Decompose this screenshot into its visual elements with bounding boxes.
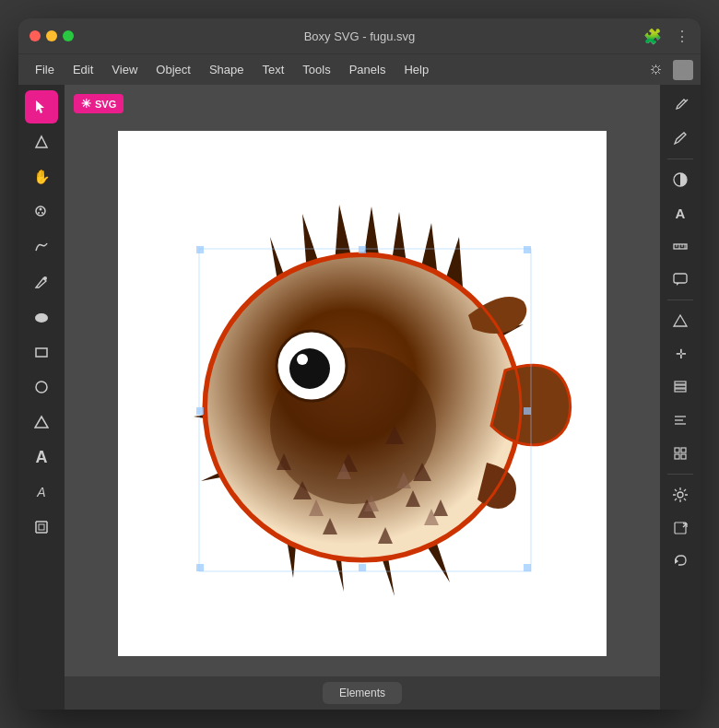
svg-marker-67 — [674, 315, 687, 326]
rt-layers[interactable] — [666, 372, 695, 402]
svg-point-6 — [43, 276, 47, 280]
pufferfish-svg — [118, 131, 607, 656]
menu-edit[interactable]: Edit — [64, 59, 102, 80]
svg-point-31 — [289, 348, 330, 389]
extensions-icon[interactable]: 🧩 — [643, 28, 662, 45]
svg-point-79 — [678, 492, 683, 498]
svg-rect-76 — [681, 448, 686, 452]
tool-freehand[interactable] — [25, 230, 58, 264]
titlebar-actions: 🧩 ⋮ — [643, 28, 690, 45]
menu-panels[interactable]: Panels — [340, 59, 395, 80]
svg-rect-57 — [524, 564, 531, 571]
rt-symbols[interactable] — [666, 439, 695, 468]
svg-line-58 — [686, 100, 688, 101]
svg-rect-56 — [359, 564, 366, 571]
svg-rect-50 — [196, 246, 204, 253]
svg-point-5 — [41, 212, 43, 214]
rt-align[interactable] — [666, 405, 695, 435]
rt-export[interactable] — [666, 513, 695, 543]
svg-rect-12 — [39, 524, 44, 530]
svg-marker-1 — [36, 136, 47, 147]
maximize-button[interactable] — [63, 30, 74, 41]
svg-rect-52 — [524, 246, 531, 253]
left-toolbar: ✋ A A — [18, 85, 65, 710]
svg-point-7 — [35, 313, 48, 323]
adjust-icon[interactable]: ⛭ — [649, 62, 664, 78]
tool-triangle[interactable] — [25, 405, 58, 439]
menu-view[interactable]: View — [102, 59, 147, 80]
color-swatch[interactable] — [673, 60, 693, 80]
menu-tools[interactable]: Tools — [293, 59, 339, 80]
rt-divider-2 — [667, 299, 693, 300]
svg-marker-0 — [36, 100, 44, 113]
rt-contrast[interactable] — [666, 165, 695, 194]
tool-text-large[interactable]: A — [25, 440, 58, 474]
svg-marker-10 — [35, 417, 48, 428]
more-icon[interactable]: ⋮ — [675, 28, 690, 45]
svg-rect-54 — [524, 407, 531, 415]
rt-ruler[interactable] — [666, 231, 695, 261]
tool-ellipse[interactable] — [25, 300, 58, 334]
menu-object[interactable]: Object — [147, 59, 200, 80]
svg-rect-70 — [675, 385, 686, 388]
rt-undo[interactable] — [666, 546, 695, 576]
right-toolbar: A ✛ — [660, 85, 701, 710]
rt-eyedropper[interactable] — [666, 90, 695, 120]
tool-select[interactable] — [25, 90, 58, 123]
menu-shape[interactable]: Shape — [200, 59, 253, 80]
svg-point-9 — [36, 382, 47, 393]
svg-marker-66 — [677, 283, 679, 286]
rt-triangle[interactable] — [666, 306, 695, 335]
main-area: ✋ A A — [18, 85, 701, 710]
rt-divider-3 — [667, 474, 693, 475]
titlebar: Boxy SVG - fugu.svg 🧩 ⋮ — [18, 18, 701, 53]
svg-tag-label: SVG — [95, 99, 116, 110]
svg-rect-51 — [359, 246, 366, 253]
svg-rect-71 — [675, 382, 686, 384]
close-button[interactable] — [29, 30, 41, 41]
tool-text-small[interactable]: A — [25, 476, 58, 509]
svg-rect-11 — [36, 522, 47, 533]
svg-rect-55 — [196, 564, 204, 571]
rt-text[interactable]: A — [666, 198, 695, 228]
rt-comment[interactable] — [666, 264, 695, 294]
svg-rect-69 — [675, 389, 686, 392]
svg-point-32 — [297, 354, 308, 365]
canvas-white[interactable] — [118, 131, 607, 656]
svg-point-4 — [38, 212, 40, 214]
rt-divider-1 — [667, 159, 693, 159]
svg-marker-84 — [675, 558, 678, 564]
tool-node[interactable] — [25, 125, 58, 159]
menubar-right: ⛭ — [649, 60, 693, 80]
bottom-bar: Elements — [65, 676, 660, 710]
svg-rect-75 — [675, 448, 679, 452]
svg-rect-8 — [36, 348, 47, 357]
svg-rect-80 — [675, 523, 686, 534]
minimize-button[interactable] — [46, 30, 57, 41]
menu-file[interactable]: File — [26, 59, 64, 80]
menubar: File Edit View Object Shape Text Tools P… — [18, 53, 701, 85]
rt-settings[interactable] — [666, 480, 695, 510]
svg-rect-77 — [675, 454, 679, 459]
svg-tag: ✳ SVG — [74, 94, 124, 113]
svg-tag-star: ✳ — [81, 97, 91, 111]
svg-point-3 — [40, 208, 42, 211]
svg-rect-65 — [674, 274, 687, 283]
tool-pan[interactable]: ✋ — [25, 160, 58, 194]
tool-frame[interactable] — [25, 511, 58, 544]
svg-rect-53 — [196, 407, 204, 415]
traffic-lights — [29, 30, 74, 41]
svg-text:✛: ✛ — [676, 346, 687, 361]
menu-help[interactable]: Help — [395, 59, 438, 80]
tool-zoom-face[interactable] — [25, 195, 58, 229]
elements-button[interactable]: Elements — [323, 682, 402, 704]
tool-rect[interactable] — [25, 335, 58, 369]
rt-pencil[interactable] — [666, 123, 695, 153]
tool-circle[interactable] — [25, 370, 58, 404]
window-title: Boxy SVG - fugu.svg — [304, 29, 416, 43]
canvas-area: ✳ SVG — [65, 85, 660, 710]
tool-pen[interactable] — [25, 265, 58, 299]
rt-move[interactable]: ✛ — [666, 339, 695, 369]
app-window: Boxy SVG - fugu.svg 🧩 ⋮ File Edit View O… — [18, 18, 701, 710]
menu-text[interactable]: Text — [253, 59, 293, 80]
